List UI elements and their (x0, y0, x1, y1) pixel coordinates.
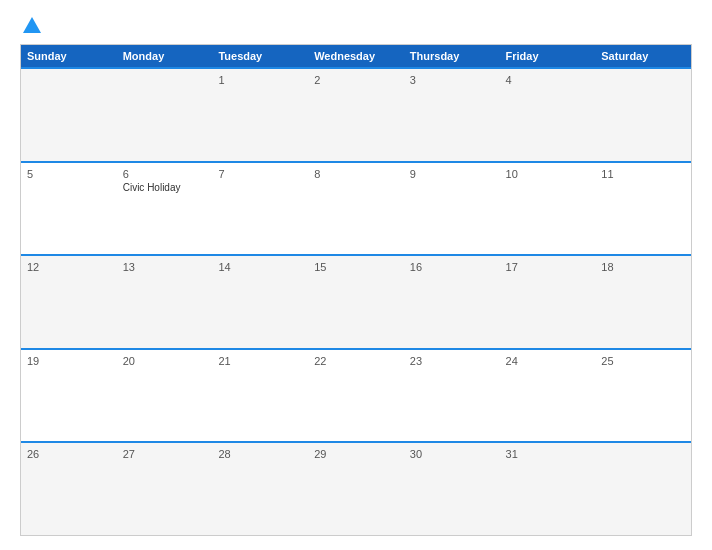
day-number: 19 (27, 355, 111, 367)
day-number: 17 (506, 261, 590, 273)
day-header-saturday: Saturday (595, 45, 691, 67)
day-cell: 10 (500, 163, 596, 255)
day-number: 18 (601, 261, 685, 273)
day-number: 30 (410, 448, 494, 460)
day-number: 14 (218, 261, 302, 273)
day-cell: 16 (404, 256, 500, 348)
day-cell: 3 (404, 69, 500, 161)
day-number: 11 (601, 168, 685, 180)
day-cell: 17 (500, 256, 596, 348)
day-cell: 1 (212, 69, 308, 161)
day-number: 6 (123, 168, 207, 180)
day-cell: 5 (21, 163, 117, 255)
day-header-monday: Monday (117, 45, 213, 67)
day-header-friday: Friday (500, 45, 596, 67)
calendar: SundayMondayTuesdayWednesdayThursdayFrid… (20, 44, 692, 536)
week-row-1: 1234 (21, 67, 691, 161)
day-cell: 13 (117, 256, 213, 348)
logo-triangle-icon (23, 17, 41, 33)
day-number: 3 (410, 74, 494, 86)
day-cell: 20 (117, 350, 213, 442)
day-number: 25 (601, 355, 685, 367)
day-cell: 24 (500, 350, 596, 442)
day-number: 22 (314, 355, 398, 367)
day-header-tuesday: Tuesday (212, 45, 308, 67)
day-cell (21, 69, 117, 161)
day-cell (595, 443, 691, 535)
day-number: 20 (123, 355, 207, 367)
week-row-4: 19202122232425 (21, 348, 691, 442)
day-cell: 12 (21, 256, 117, 348)
day-cell (117, 69, 213, 161)
header (20, 18, 692, 34)
day-number: 8 (314, 168, 398, 180)
week-row-5: 262728293031 (21, 441, 691, 535)
day-header-thursday: Thursday (404, 45, 500, 67)
day-cell: 15 (308, 256, 404, 348)
day-cell: 29 (308, 443, 404, 535)
day-cell: 14 (212, 256, 308, 348)
day-cell: 23 (404, 350, 500, 442)
day-cell: 6Civic Holiday (117, 163, 213, 255)
day-number: 29 (314, 448, 398, 460)
day-number: 31 (506, 448, 590, 460)
day-cell: 26 (21, 443, 117, 535)
day-cell: 22 (308, 350, 404, 442)
day-cell: 21 (212, 350, 308, 442)
day-cell: 8 (308, 163, 404, 255)
day-number: 23 (410, 355, 494, 367)
day-number: 1 (218, 74, 302, 86)
day-cell: 19 (21, 350, 117, 442)
day-number: 4 (506, 74, 590, 86)
day-number: 15 (314, 261, 398, 273)
day-cell: 18 (595, 256, 691, 348)
day-cell: 11 (595, 163, 691, 255)
day-cell: 31 (500, 443, 596, 535)
day-number: 21 (218, 355, 302, 367)
day-number: 12 (27, 261, 111, 273)
day-cell: 25 (595, 350, 691, 442)
day-cell: 4 (500, 69, 596, 161)
day-cell: 9 (404, 163, 500, 255)
day-number: 5 (27, 168, 111, 180)
page: SundayMondayTuesdayWednesdayThursdayFrid… (0, 0, 712, 550)
day-cell: 28 (212, 443, 308, 535)
day-number: 10 (506, 168, 590, 180)
day-number: 24 (506, 355, 590, 367)
holiday-label: Civic Holiday (123, 182, 207, 193)
day-number: 2 (314, 74, 398, 86)
weeks-container: 123456Civic Holiday789101112131415161718… (21, 67, 691, 535)
day-header-sunday: Sunday (21, 45, 117, 67)
day-number: 27 (123, 448, 207, 460)
day-number: 26 (27, 448, 111, 460)
week-row-2: 56Civic Holiday7891011 (21, 161, 691, 255)
day-number: 9 (410, 168, 494, 180)
day-cell: 7 (212, 163, 308, 255)
day-cell (595, 69, 691, 161)
day-number: 16 (410, 261, 494, 273)
day-cell: 30 (404, 443, 500, 535)
day-number: 13 (123, 261, 207, 273)
day-number: 28 (218, 448, 302, 460)
day-header-wednesday: Wednesday (308, 45, 404, 67)
logo (20, 18, 43, 34)
day-cell: 27 (117, 443, 213, 535)
day-headers-row: SundayMondayTuesdayWednesdayThursdayFrid… (21, 45, 691, 67)
week-row-3: 12131415161718 (21, 254, 691, 348)
day-cell: 2 (308, 69, 404, 161)
day-number: 7 (218, 168, 302, 180)
